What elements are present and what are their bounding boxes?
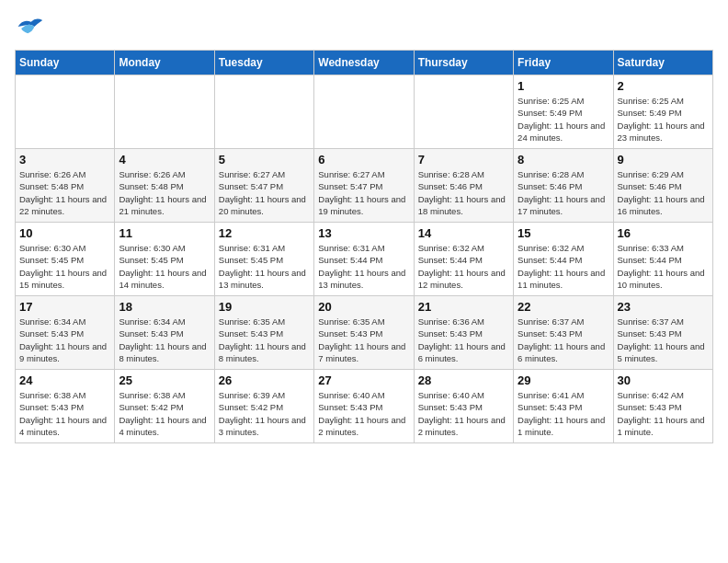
day-number: 25 (119, 373, 210, 387)
day-number: 11 (119, 226, 210, 240)
day-info: Sunrise: 6:33 AM Sunset: 5:44 PM Dayligh… (618, 242, 709, 291)
day-number: 16 (618, 226, 709, 240)
day-info: Sunrise: 6:26 AM Sunset: 5:48 PM Dayligh… (19, 168, 110, 217)
calendar-table: Sunday Monday Tuesday Wednesday Thursday… (15, 50, 713, 443)
day-info: Sunrise: 6:34 AM Sunset: 5:43 PM Dayligh… (119, 316, 210, 364)
logo-icon (15, 15, 44, 40)
day-cell: 16Sunrise: 6:33 AM Sunset: 5:44 PM Dayli… (613, 223, 712, 296)
logo (15, 15, 48, 40)
day-number: 19 (219, 300, 310, 314)
day-number: 22 (518, 300, 609, 314)
day-info: Sunrise: 6:27 AM Sunset: 5:47 PM Dayligh… (219, 168, 310, 217)
day-cell: 20Sunrise: 6:35 AM Sunset: 5:43 PM Dayli… (314, 296, 414, 370)
day-cell: 23Sunrise: 6:37 AM Sunset: 5:43 PM Dayli… (613, 296, 712, 370)
day-cell: 19Sunrise: 6:35 AM Sunset: 5:43 PM Dayli… (214, 296, 313, 370)
day-cell: 12Sunrise: 6:31 AM Sunset: 5:45 PM Dayli… (214, 223, 313, 296)
week-row-1: 1Sunrise: 6:25 AM Sunset: 5:49 PM Daylig… (16, 75, 713, 149)
day-number: 18 (119, 300, 210, 314)
day-cell: 5Sunrise: 6:27 AM Sunset: 5:47 PM Daylig… (214, 149, 313, 223)
day-number: 14 (418, 226, 509, 240)
day-info: Sunrise: 6:32 AM Sunset: 5:44 PM Dayligh… (518, 242, 609, 291)
day-number: 21 (418, 300, 509, 314)
day-number: 1 (518, 79, 609, 93)
day-cell: 6Sunrise: 6:27 AM Sunset: 5:47 PM Daylig… (314, 149, 414, 223)
day-number: 6 (318, 153, 409, 167)
header-saturday: Saturday (613, 51, 712, 75)
day-cell: 1Sunrise: 6:25 AM Sunset: 5:49 PM Daylig… (514, 75, 613, 149)
day-info: Sunrise: 6:26 AM Sunset: 5:48 PM Dayligh… (119, 168, 210, 217)
day-number: 28 (418, 373, 509, 387)
day-cell: 2Sunrise: 6:25 AM Sunset: 5:49 PM Daylig… (613, 75, 712, 149)
day-number: 5 (219, 153, 310, 167)
day-info: Sunrise: 6:28 AM Sunset: 5:46 PM Dayligh… (418, 168, 509, 217)
day-cell (314, 75, 414, 149)
header-tuesday: Tuesday (214, 51, 313, 75)
week-row-4: 17Sunrise: 6:34 AM Sunset: 5:43 PM Dayli… (16, 296, 713, 370)
day-info: Sunrise: 6:38 AM Sunset: 5:42 PM Dayligh… (119, 389, 210, 438)
day-number: 27 (318, 373, 409, 387)
day-info: Sunrise: 6:35 AM Sunset: 5:43 PM Dayligh… (219, 316, 310, 364)
day-cell: 27Sunrise: 6:40 AM Sunset: 5:43 PM Dayli… (314, 370, 414, 443)
day-cell: 14Sunrise: 6:32 AM Sunset: 5:44 PM Dayli… (414, 223, 513, 296)
day-info: Sunrise: 6:31 AM Sunset: 5:44 PM Dayligh… (318, 242, 409, 291)
day-cell: 3Sunrise: 6:26 AM Sunset: 5:48 PM Daylig… (16, 149, 115, 223)
day-info: Sunrise: 6:35 AM Sunset: 5:43 PM Dayligh… (318, 316, 409, 364)
calendar-body: 1Sunrise: 6:25 AM Sunset: 5:49 PM Daylig… (16, 75, 713, 443)
week-row-3: 10Sunrise: 6:30 AM Sunset: 5:45 PM Dayli… (16, 223, 713, 296)
day-cell: 28Sunrise: 6:40 AM Sunset: 5:43 PM Dayli… (414, 370, 513, 443)
day-cell: 18Sunrise: 6:34 AM Sunset: 5:43 PM Dayli… (115, 296, 214, 370)
day-cell (16, 75, 115, 149)
day-number: 15 (518, 226, 609, 240)
header-monday: Monday (115, 51, 214, 75)
day-cell: 13Sunrise: 6:31 AM Sunset: 5:44 PM Dayli… (314, 223, 414, 296)
header-sunday: Sunday (16, 51, 115, 75)
day-cell: 29Sunrise: 6:41 AM Sunset: 5:43 PM Dayli… (514, 370, 613, 443)
header-thursday: Thursday (414, 51, 513, 75)
header-row: Sunday Monday Tuesday Wednesday Thursday… (16, 51, 713, 75)
day-number: 13 (318, 226, 409, 240)
day-number: 10 (19, 226, 110, 240)
page-header (15, 15, 713, 40)
day-info: Sunrise: 6:28 AM Sunset: 5:46 PM Dayligh… (518, 168, 609, 217)
week-row-2: 3Sunrise: 6:26 AM Sunset: 5:48 PM Daylig… (16, 149, 713, 223)
day-number: 30 (618, 373, 709, 387)
day-cell: 15Sunrise: 6:32 AM Sunset: 5:44 PM Dayli… (514, 223, 613, 296)
day-info: Sunrise: 6:32 AM Sunset: 5:44 PM Dayligh… (418, 242, 509, 291)
day-info: Sunrise: 6:40 AM Sunset: 5:43 PM Dayligh… (318, 389, 409, 438)
day-info: Sunrise: 6:25 AM Sunset: 5:49 PM Dayligh… (518, 95, 609, 144)
day-info: Sunrise: 6:31 AM Sunset: 5:45 PM Dayligh… (219, 242, 310, 291)
day-info: Sunrise: 6:42 AM Sunset: 5:43 PM Dayligh… (618, 389, 709, 438)
day-number: 12 (219, 226, 310, 240)
day-info: Sunrise: 6:41 AM Sunset: 5:43 PM Dayligh… (518, 389, 609, 438)
day-number: 3 (19, 153, 110, 167)
day-cell: 25Sunrise: 6:38 AM Sunset: 5:42 PM Dayli… (115, 370, 214, 443)
day-cell (214, 75, 313, 149)
day-cell: 8Sunrise: 6:28 AM Sunset: 5:46 PM Daylig… (514, 149, 613, 223)
day-info: Sunrise: 6:36 AM Sunset: 5:43 PM Dayligh… (418, 316, 509, 364)
day-number: 9 (618, 153, 709, 167)
day-info: Sunrise: 6:39 AM Sunset: 5:42 PM Dayligh… (219, 389, 310, 438)
day-info: Sunrise: 6:29 AM Sunset: 5:46 PM Dayligh… (618, 168, 709, 217)
calendar-header: Sunday Monday Tuesday Wednesday Thursday… (16, 51, 713, 75)
day-number: 23 (618, 300, 709, 314)
day-cell: 10Sunrise: 6:30 AM Sunset: 5:45 PM Dayli… (16, 223, 115, 296)
day-cell (115, 75, 214, 149)
day-info: Sunrise: 6:30 AM Sunset: 5:45 PM Dayligh… (19, 242, 110, 291)
header-wednesday: Wednesday (314, 51, 414, 75)
day-number: 4 (119, 153, 210, 167)
day-cell: 11Sunrise: 6:30 AM Sunset: 5:45 PM Dayli… (115, 223, 214, 296)
day-number: 7 (418, 153, 509, 167)
day-cell: 4Sunrise: 6:26 AM Sunset: 5:48 PM Daylig… (115, 149, 214, 223)
day-info: Sunrise: 6:37 AM Sunset: 5:43 PM Dayligh… (518, 316, 609, 364)
day-number: 20 (318, 300, 409, 314)
day-cell: 21Sunrise: 6:36 AM Sunset: 5:43 PM Dayli… (414, 296, 513, 370)
day-info: Sunrise: 6:27 AM Sunset: 5:47 PM Dayligh… (318, 168, 409, 217)
day-number: 8 (518, 153, 609, 167)
day-cell: 26Sunrise: 6:39 AM Sunset: 5:42 PM Dayli… (214, 370, 313, 443)
day-number: 29 (518, 373, 609, 387)
day-cell (414, 75, 513, 149)
day-info: Sunrise: 6:30 AM Sunset: 5:45 PM Dayligh… (119, 242, 210, 291)
day-info: Sunrise: 6:37 AM Sunset: 5:43 PM Dayligh… (618, 316, 709, 364)
day-cell: 17Sunrise: 6:34 AM Sunset: 5:43 PM Dayli… (16, 296, 115, 370)
day-number: 24 (19, 373, 110, 387)
